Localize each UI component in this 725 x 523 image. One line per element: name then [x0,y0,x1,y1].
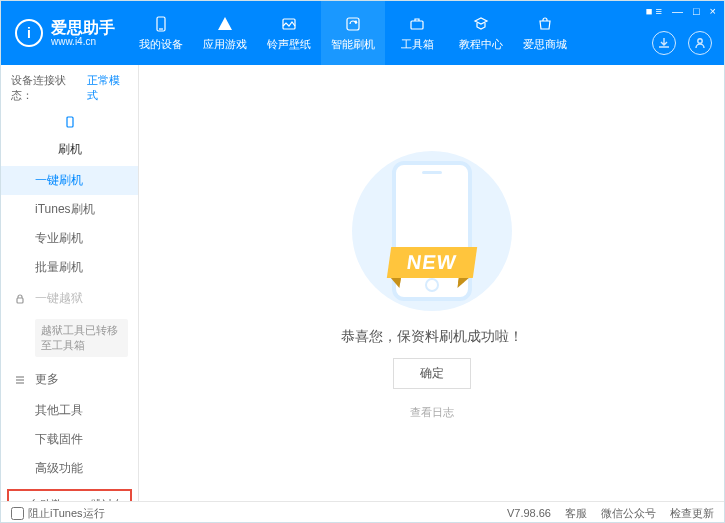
footer-service-link[interactable]: 客服 [565,506,587,521]
flash-icon [344,15,362,33]
brand-url: www.i4.cn [51,36,115,47]
block-itunes-checkbox[interactable]: 阻止iTunes运行 [11,506,105,521]
checkbox-label: 跳过向导 [91,497,127,501]
nav-store[interactable]: 爱思商城 [513,1,577,65]
jailbreak-note: 越狱工具已转移至工具箱 [35,319,128,357]
sidebar: 设备连接状态： 正常模式 刷机 一键刷机 iTunes刷机 专业刷机 批量刷机 … [1,65,139,501]
nav-label: 应用游戏 [203,37,247,52]
apps-icon [216,15,234,33]
app-header: i 爱思助手 www.i4.cn 我的设备 应用游戏 铃声壁纸 智能刷机 工具箱… [1,1,724,65]
svg-point-5 [698,39,702,43]
user-button[interactable] [688,31,712,55]
nav-flash[interactable]: 智能刷机 [321,1,385,65]
footer-update-link[interactable]: 检查更新 [670,506,714,521]
checkbox-label: 阻止iTunes运行 [28,506,105,521]
version-label: V7.98.66 [507,507,551,519]
group-title: 刷机 [58,141,82,158]
wallpaper-icon [280,15,298,33]
brand-logo-icon: i [15,19,43,47]
lock-icon [13,292,27,306]
status-bar: 阻止iTunes运行 V7.98.66 客服 微信公众号 检查更新 [1,501,724,523]
store-icon [536,15,554,33]
ok-button[interactable]: 确定 [393,358,471,389]
connection-status: 设备连接状态： 正常模式 [1,65,138,111]
brand-title: 爱思助手 [51,19,115,37]
nav-label: 工具箱 [401,37,434,52]
menu-icon [13,373,27,387]
success-message: 恭喜您，保资料刷机成功啦！ [341,328,523,346]
nav-label: 爱思商城 [523,37,567,52]
options-highlight-box: 自动激活 跳过向导 [7,489,132,501]
sidebar-group-more[interactable]: 更多 [1,363,138,396]
phone-icon [63,115,77,129]
window-settings-icon[interactable]: ■ ≡ [646,5,662,17]
nav-label: 我的设备 [139,37,183,52]
nav-label: 铃声壁纸 [267,37,311,52]
device-icon [152,15,170,33]
toolbox-icon [408,15,426,33]
svg-rect-6 [67,117,73,127]
sidebar-item-download-fw[interactable]: 下载固件 [1,425,138,454]
new-banner: NEW [386,247,476,278]
download-button[interactable] [652,31,676,55]
status-label: 设备连接状态： [11,73,83,103]
nav-apps[interactable]: 应用游戏 [193,1,257,65]
nav-label: 教程中心 [459,37,503,52]
sidebar-group-jailbreak[interactable]: 一键越狱 [1,282,138,315]
window-min-icon[interactable]: — [672,5,683,17]
sidebar-item-advanced[interactable]: 高级功能 [1,454,138,483]
top-nav: 我的设备 应用游戏 铃声壁纸 智能刷机 工具箱 教程中心 爱思商城 [129,1,724,65]
window-close-icon[interactable]: × [710,5,716,17]
status-mode: 正常模式 [87,73,128,103]
sidebar-item-batch-flash[interactable]: 批量刷机 [1,253,138,282]
view-log-link[interactable]: 查看日志 [410,405,454,420]
sidebar-item-one-click-flash[interactable]: 一键刷机 [1,166,138,195]
svg-rect-4 [411,21,423,29]
sidebar-item-pro-flash[interactable]: 专业刷机 [1,224,138,253]
skip-guide-checkbox[interactable]: 跳过向导 [75,497,127,501]
nav-toolbox[interactable]: 工具箱 [385,1,449,65]
sidebar-item-itunes-flash[interactable]: iTunes刷机 [1,195,138,224]
svg-rect-3 [347,18,359,30]
footer-wechat-link[interactable]: 微信公众号 [601,506,656,521]
brand-block: i 爱思助手 www.i4.cn [1,1,129,65]
nav-my-device[interactable]: 我的设备 [129,1,193,65]
svg-rect-7 [17,298,23,303]
nav-tutorials[interactable]: 教程中心 [449,1,513,65]
auto-activate-checkbox[interactable]: 自动激活 [13,497,65,501]
main-panel: NEW 恭喜您，保资料刷机成功啦！ 确定 查看日志 [139,65,724,501]
window-max-icon[interactable]: □ [693,5,700,17]
window-controls: ■ ≡ — □ × [646,5,716,17]
group-title: 一键越狱 [35,290,83,307]
nav-label: 智能刷机 [331,37,375,52]
group-title: 更多 [35,371,59,388]
tutorial-icon [472,15,490,33]
sidebar-group-flash[interactable]: 刷机 [1,111,138,166]
checkbox-label: 自动激活 [29,497,65,501]
success-illustration: NEW [342,146,522,316]
nav-ringtones[interactable]: 铃声壁纸 [257,1,321,65]
sidebar-item-other-tools[interactable]: 其他工具 [1,396,138,425]
